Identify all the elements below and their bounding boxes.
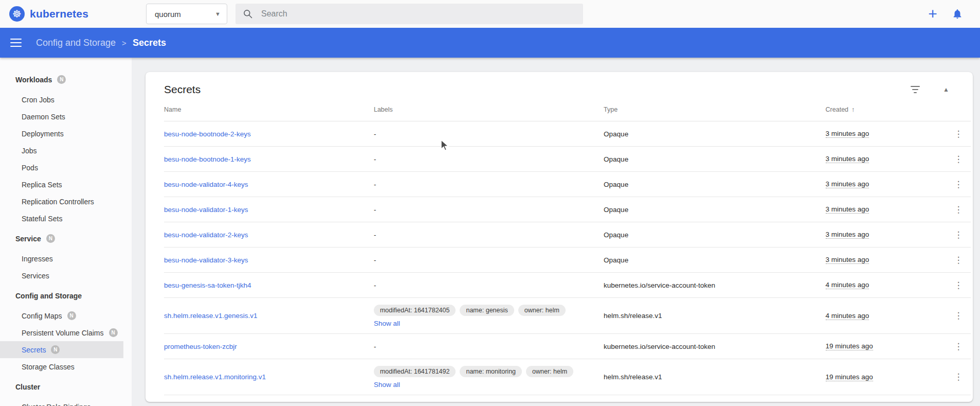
sidebar-item-jobs[interactable]: Jobs [0,142,123,159]
secret-link[interactable]: sh.helm.release.v1.genesis.v1 [164,312,258,320]
secret-link[interactable]: besu-node-validator-4-keys [164,181,248,188]
sidebar-group-service[interactable]: ServiceN [0,230,132,247]
sidebar-item-label: Secrets [22,346,46,354]
row-actions-menu-button[interactable]: ⋮ [951,152,966,166]
created-cell: 19 minutes ago [826,334,946,359]
sidebar-item-persistent-volume-claims[interactable]: Persistent Volume ClaimsN [0,324,123,341]
sidebar-item-label: Persistent Volume Claims [22,329,104,337]
hamburger-icon [10,39,22,40]
row-actions-menu-button[interactable]: ⋮ [951,339,966,354]
sidebar-group-config-and-storage[interactable]: Config and Storage [0,287,132,304]
secret-link[interactable]: prometheus-token-zcbjr [164,343,237,350]
secret-link[interactable]: besu-genesis-sa-token-tjkh4 [164,281,251,289]
kubernetes-logo[interactable]: ☸ kubernetes [0,6,132,22]
column-header-labels[interactable]: Labels [374,106,604,113]
show-all-link[interactable]: Show all [374,320,400,327]
kubernetes-helm-wheel-icon: ☸ [9,6,25,22]
sidebar-group-workloads[interactable]: WorkloadsN [0,71,132,88]
sidebar-item-config-maps[interactable]: Config MapsN [0,307,123,324]
sidebar-item-label: Ingresses [22,255,53,263]
create-resource-button[interactable]: + [922,4,943,24]
secret-link[interactable]: besu-node-bootnode-2-keys [164,130,251,138]
sidebar-group-cluster[interactable]: Cluster [0,378,132,395]
previous-page-button[interactable] [899,398,919,402]
row-menu-cell: ⋮ [946,298,971,333]
sidebar-item-label: Config Maps [22,312,62,320]
row-actions-menu-button[interactable]: ⋮ [951,370,966,384]
secret-link[interactable]: besu-node-validator-2-keys [164,231,248,239]
namespaced-badge: N [109,328,118,337]
menu-toggle-button[interactable] [8,32,29,53]
sidebar-item-daemon-sets[interactable]: Daemon Sets [0,108,123,125]
kebab-icon: ⋮ [954,129,963,139]
row-actions-menu-button[interactable]: ⋮ [951,177,966,191]
labels-value: - [374,206,376,214]
table-row: sh.helm.release.v1.genesis.v1modifiedAt:… [164,298,971,334]
secret-link[interactable]: besu-node-validator-3-keys [164,256,248,264]
sidebar-item-services[interactable]: Services [0,267,123,284]
kebab-icon: ⋮ [954,341,963,352]
app-bar: Config and Storage > Secrets [0,28,980,58]
sidebar-item-cluster-role-bindings[interactable]: Cluster Role Bindings [0,398,123,406]
table-row: sh.helm.release.v1.monitoring.v1modified… [164,359,971,395]
secret-link[interactable]: sh.helm.release.v1.monitoring.v1 [164,373,266,381]
column-header-type[interactable]: Type [604,106,825,113]
namespace-select[interactable]: quorum ▼ [146,4,227,24]
bell-icon [952,8,963,20]
first-page-button[interactable] [876,398,897,402]
labels-cell: - [374,172,604,197]
column-header-created[interactable]: Created ↑ [826,105,946,113]
row-actions-menu-button[interactable]: ⋮ [951,127,966,141]
row-actions-menu-button[interactable]: ⋮ [951,227,966,242]
row-actions-menu-button[interactable]: ⋮ [951,309,966,323]
row-actions-menu-button[interactable]: ⋮ [951,278,966,292]
labels-cell: modifiedAt: 1641781492name: monitoringow… [374,359,604,395]
sidebar-item-replica-sets[interactable]: Replica Sets [0,176,123,193]
sidebar-item-pods[interactable]: Pods [0,159,123,176]
label-chip: name: genesis [460,305,514,316]
created-value: 19 minutes ago [826,373,873,381]
chevron-up-icon: ▲ [943,86,949,93]
created-cell: 3 minutes ago [826,197,946,222]
secret-link[interactable]: besu-node-validator-1-keys [164,206,248,214]
created-value: 3 minutes ago [826,130,869,138]
search-bar[interactable] [235,4,583,24]
page-title: Secrets [164,83,201,96]
created-cell: 3 minutes ago [826,121,946,146]
search-input[interactable] [261,9,576,19]
label-chip-line: modifiedAt: 1641781492name: monitoringow… [374,366,573,377]
labels-cell: - [374,273,604,297]
secrets-card: Secrets ▲ Name Labels Type Created ↑ [146,72,973,402]
collapse-card-button[interactable]: ▲ [940,86,952,93]
type-cell: kubernetes.io/service-account-token [604,273,825,297]
sidebar-item-storage-classes[interactable]: Storage Classes [0,358,123,375]
secret-name-cell: besu-node-validator-2-keys [164,222,374,247]
table-row: besu-genesis-sa-token-tjkh4-kubernetes.i… [164,273,971,298]
created-value: 4 minutes ago [826,312,869,320]
row-menu-cell: ⋮ [946,147,971,171]
breadcrumb-parent-link[interactable]: Config and Storage [36,38,116,48]
secret-link[interactable]: besu-node-bootnode-1-keys [164,155,251,163]
row-actions-menu-button[interactable]: ⋮ [951,253,966,267]
sidebar-item-cron-jobs[interactable]: Cron Jobs [0,91,123,108]
created-cell: 4 minutes ago [826,273,946,297]
sidebar-item-ingresses[interactable]: Ingresses [0,250,123,267]
type-cell: Opaque [604,197,825,222]
created-value: 3 minutes ago [826,180,869,188]
created-value: 3 minutes ago [826,256,869,264]
sidebar-item-secrets[interactable]: SecretsN [0,341,123,358]
sidebar-item-deployments[interactable]: Deployments [0,125,123,142]
filter-icon[interactable] [909,83,921,96]
show-all-link[interactable]: Show all [374,381,400,389]
notifications-button[interactable] [947,4,968,24]
row-menu-cell: ⋮ [946,197,971,222]
column-header-name[interactable]: Name [164,106,374,113]
pagination: 1 – 10 of 11 [164,395,971,402]
row-actions-menu-button[interactable]: ⋮ [951,202,966,217]
created-cell: 19 minutes ago [826,359,946,395]
last-page-button[interactable] [944,398,965,402]
sidebar-item-replication-controllers[interactable]: Replication Controllers [0,193,123,210]
label-chip: owner: helm [518,305,566,316]
next-page-button[interactable] [921,398,942,402]
sidebar-item-stateful-sets[interactable]: Stateful Sets [0,210,123,227]
